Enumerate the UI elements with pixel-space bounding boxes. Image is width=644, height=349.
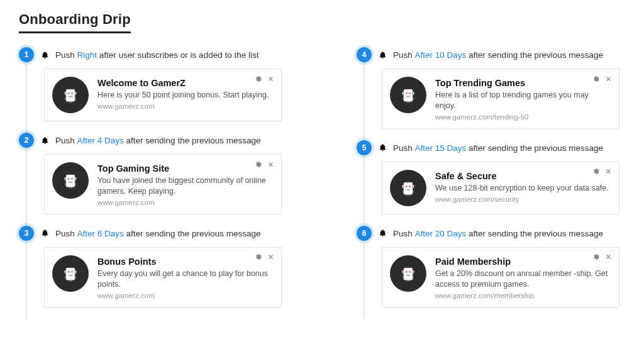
svg-point-4 bbox=[71, 92, 72, 94]
timeline-step: 5Push After 15 Days after sending the pr… bbox=[357, 140, 625, 214]
step-description: Push Right after user subscribes or is a… bbox=[55, 50, 258, 60]
gear-icon[interactable] bbox=[591, 253, 600, 262]
card-title: Safe & Secure bbox=[435, 171, 610, 181]
card-description: Here is a list of top trending games you… bbox=[435, 90, 610, 111]
notification-card[interactable]: Top Gaming SiteYou have joined the bigge… bbox=[44, 154, 282, 214]
svg-rect-12 bbox=[66, 267, 75, 280]
push-label: Push bbox=[55, 136, 77, 145]
card-title: Top Trending Games bbox=[435, 78, 610, 88]
step-suffix: after sending the previous message bbox=[126, 136, 261, 145]
card-title: Top Gaming Site bbox=[97, 163, 272, 174]
svg-point-14 bbox=[71, 271, 72, 272]
card-url: www.gamerz.com/tending-50 bbox=[435, 113, 610, 121]
step-number-badge: 4 bbox=[357, 47, 372, 62]
step-suffix: after sending the previous message bbox=[126, 229, 261, 238]
step-header: 4Push After 10 Days after sending the pr… bbox=[357, 47, 625, 62]
card-body: Paid MembershipGet a 20% discount on ann… bbox=[435, 255, 610, 299]
step-number-badge: 1 bbox=[19, 47, 34, 62]
bell-icon bbox=[40, 229, 49, 238]
card-description: You have joined the biggest community of… bbox=[97, 175, 272, 197]
bell-icon bbox=[378, 50, 387, 59]
step-suffix: after sending the previous message bbox=[469, 50, 603, 60]
notification-card[interactable]: Top Trending GamesHere is a list of top … bbox=[382, 69, 619, 129]
step-description: Push After 4 Days after sending the prev… bbox=[55, 135, 260, 145]
card-actions bbox=[253, 253, 275, 262]
svg-point-19 bbox=[409, 92, 410, 94]
step-header: 1Push Right after user subscribes or is … bbox=[19, 47, 287, 62]
gear-icon[interactable] bbox=[253, 74, 262, 83]
timing-link[interactable]: After 15 Days bbox=[415, 143, 467, 153]
card-actions bbox=[591, 253, 613, 262]
step-header: 3Push After 6 Days after sending the pre… bbox=[19, 226, 287, 241]
gear-icon[interactable] bbox=[591, 167, 600, 176]
push-label: Push bbox=[55, 50, 77, 60]
step-suffix: after user subscribes or is added to the… bbox=[99, 50, 259, 60]
card-url: www.gamerz.com/security bbox=[435, 196, 610, 203]
notification-card[interactable]: Paid MembershipGet a 20% discount on ann… bbox=[382, 247, 619, 307]
gear-icon[interactable] bbox=[253, 160, 262, 169]
svg-point-29 bbox=[409, 271, 410, 272]
notification-card[interactable]: Safe & SecureWe use 128-bit encryption t… bbox=[382, 162, 619, 214]
close-icon[interactable] bbox=[604, 167, 613, 176]
push-label: Push bbox=[393, 229, 415, 238]
svg-rect-7 bbox=[66, 175, 75, 187]
bell-icon bbox=[40, 136, 49, 145]
timeline-column: 1Push Right after user subscribes or is … bbox=[19, 47, 287, 319]
svg-point-3 bbox=[68, 92, 69, 94]
timing-link[interactable]: After 10 Days bbox=[415, 50, 467, 60]
card-body: Welcome to GamerZHere is your 50 point j… bbox=[97, 77, 272, 113]
svg-rect-17 bbox=[404, 89, 413, 102]
card-body: Top Gaming SiteYou have joined the bigge… bbox=[97, 162, 272, 206]
svg-point-24 bbox=[409, 186, 410, 187]
svg-point-8 bbox=[68, 178, 69, 179]
bell-icon bbox=[40, 50, 49, 59]
timeline-step: 1Push Right after user subscribes or is … bbox=[19, 47, 287, 121]
gear-icon[interactable] bbox=[591, 74, 600, 83]
timing-link[interactable]: After 6 Days bbox=[77, 229, 124, 238]
svg-point-23 bbox=[406, 186, 407, 187]
timing-link[interactable]: Right bbox=[77, 50, 97, 60]
step-number-badge: 3 bbox=[19, 226, 34, 241]
timeline-step: 4Push After 10 Days after sending the pr… bbox=[357, 47, 625, 129]
card-title: Bonus Points bbox=[97, 257, 272, 267]
card-actions bbox=[253, 74, 275, 83]
step-description: Push After 15 Days after sending the pre… bbox=[393, 143, 603, 153]
card-actions bbox=[253, 160, 275, 169]
card-description: Here is your 50 point joining bonus. Sta… bbox=[97, 90, 272, 101]
page-title: Onboarding Drip bbox=[19, 11, 131, 33]
step-description: Push After 6 Days after sending the prev… bbox=[55, 228, 260, 238]
step-number-badge: 2 bbox=[19, 133, 34, 148]
step-suffix: after sending the previous message bbox=[469, 229, 603, 238]
card-description: We use 128-bit encryption to keep your d… bbox=[435, 183, 610, 194]
timeline-column: 4Push After 10 Days after sending the pr… bbox=[357, 47, 625, 319]
close-icon[interactable] bbox=[604, 253, 613, 262]
svg-rect-22 bbox=[404, 182, 413, 194]
app-logo-avatar bbox=[52, 255, 89, 292]
close-icon[interactable] bbox=[604, 74, 613, 83]
card-body: Safe & SecureWe use 128-bit encryption t… bbox=[435, 170, 610, 206]
svg-rect-2 bbox=[66, 89, 75, 102]
card-actions bbox=[591, 167, 613, 176]
card-title: Welcome to GamerZ bbox=[97, 78, 272, 88]
card-title: Paid Membership bbox=[435, 257, 610, 267]
timing-link[interactable]: After 4 Days bbox=[77, 136, 124, 145]
close-icon[interactable] bbox=[266, 253, 275, 262]
gear-icon[interactable] bbox=[253, 253, 262, 262]
card-url: www.gamerz.com/membership bbox=[435, 292, 610, 299]
card-body: Bonus PointsEvery day you will get a cha… bbox=[97, 255, 272, 299]
svg-point-13 bbox=[68, 271, 69, 272]
timing-link[interactable]: After 20 Days bbox=[415, 229, 467, 238]
notification-card[interactable]: Bonus PointsEvery day you will get a cha… bbox=[44, 247, 282, 307]
card-description: Every day you will get a chance to play … bbox=[97, 269, 272, 290]
app-logo-avatar bbox=[52, 162, 89, 199]
close-icon[interactable] bbox=[266, 160, 275, 169]
svg-point-18 bbox=[406, 92, 407, 94]
notification-card[interactable]: Welcome to GamerZHere is your 50 point j… bbox=[44, 69, 282, 121]
card-url: www.gamerz.com bbox=[97, 102, 272, 110]
close-icon[interactable] bbox=[266, 74, 275, 83]
step-description: Push After 10 Days after sending the pre… bbox=[393, 50, 603, 60]
app-logo-avatar bbox=[390, 77, 426, 113]
step-description: Push After 20 Days after sending the pre… bbox=[393, 228, 603, 238]
step-header: 5Push After 15 Days after sending the pr… bbox=[357, 140, 625, 155]
step-number-badge: 5 bbox=[357, 140, 372, 155]
